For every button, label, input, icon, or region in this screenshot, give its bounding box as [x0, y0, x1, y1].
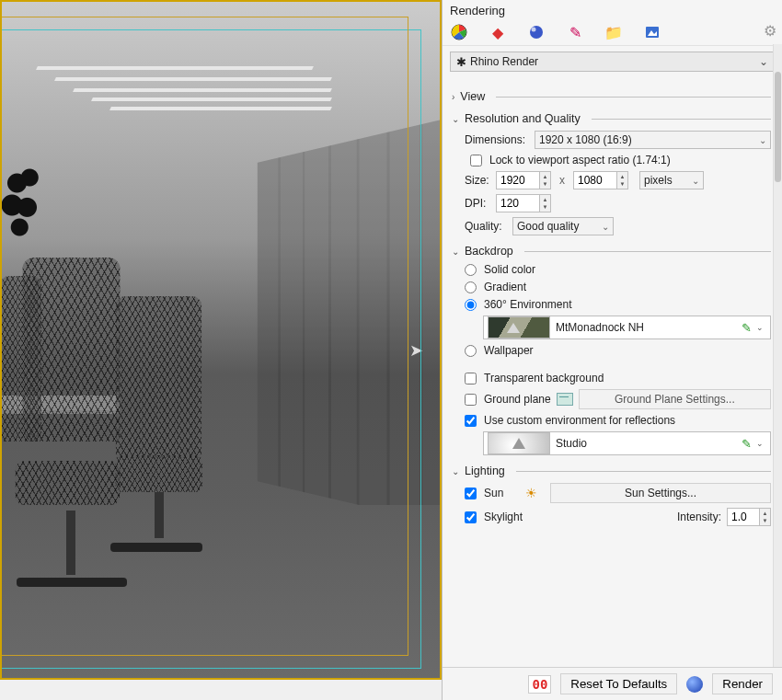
scene-chair-base: [155, 492, 164, 538]
environment-thumbnail: [488, 316, 550, 339]
ground-plane-checkbox[interactable]: Ground plane: [465, 393, 551, 406]
size-height-input[interactable]: [573, 171, 617, 189]
scene-chair: [116, 296, 202, 458]
chevron-right-icon: ›: [452, 92, 454, 102]
skylight-checkbox[interactable]: Skylight: [465, 511, 538, 523]
scene-chair-foot: [17, 578, 127, 587]
panel-title: Rendering: [443, 0, 782, 19]
panel-toolbar: ◆ ✎ 📁: [443, 19, 782, 46]
backdrop-wallpaper-radio[interactable]: Wallpaper: [465, 344, 771, 357]
dimensions-label: Dimensions:: [465, 133, 529, 146]
size-width-input[interactable]: [496, 171, 540, 189]
backdrop-solid-label: Solid color: [484, 263, 535, 276]
backdrop-360-radio[interactable]: 360° Environment: [465, 298, 771, 311]
backdrop-gradient-radio[interactable]: Gradient: [465, 281, 771, 293]
chevron-down-icon: ⌄: [452, 466, 459, 476]
size-label: Size:: [465, 174, 490, 187]
color-wheel-icon[interactable]: [448, 21, 470, 43]
intensity-input[interactable]: [727, 508, 760, 526]
reflection-env-selector[interactable]: Studio ✎ ⌄: [483, 431, 771, 455]
scene-chair: [0, 276, 41, 442]
scene-plant: [2, 161, 52, 271]
scene-chair-seat: [115, 455, 202, 492]
ground-plane-label: Ground plane: [484, 393, 551, 406]
renderer-dropdown[interactable]: ✱ Rhino Render ⌄: [450, 52, 775, 72]
image-icon[interactable]: [641, 21, 663, 43]
section-backdrop-header[interactable]: ⌄ Backdrop: [452, 245, 771, 258]
chevron-down-icon: ⌄: [759, 135, 766, 145]
backdrop-gradient-label: Gradient: [484, 281, 526, 293]
lock-aspect-input[interactable]: [470, 155, 482, 166]
chevron-down-icon: ⌄: [452, 114, 459, 124]
chevron-down-icon: ⌄: [759, 55, 768, 68]
quality-value: Good quality: [517, 220, 579, 233]
section-backdrop-label: Backdrop: [465, 245, 513, 258]
lock-aspect-label: Lock to viewport aspect ratio (1.74:1): [489, 154, 671, 166]
materials-icon[interactable]: ◆: [487, 21, 509, 43]
ground-plane-settings-button[interactable]: Ground Plane Settings...: [579, 389, 771, 409]
lock-aspect-checkbox[interactable]: Lock to viewport aspect ratio (1.74:1): [470, 154, 771, 166]
reflection-env-thumbnail: [488, 432, 550, 454]
section-resolution-header[interactable]: ⌄ Resolution and Quality: [452, 112, 771, 125]
chevron-down-icon: ⌄: [692, 176, 699, 186]
ground-plane-icon: [557, 393, 573, 406]
quality-label: Quality:: [465, 220, 507, 233]
section-resolution-label: Resolution and Quality: [465, 112, 581, 125]
dpi-label: DPI:: [465, 197, 490, 210]
size-width-spinner[interactable]: ▲▼: [540, 171, 551, 189]
intensity-spinner[interactable]: ▲▼: [760, 508, 771, 526]
edit-reflection-env-icon[interactable]: ✎: [740, 437, 753, 451]
viewport-3d[interactable]: ➤: [0, 0, 442, 680]
chevron-down-icon: ⌄: [602, 222, 609, 232]
panel-footer: 00 Reset To Defaults Render: [443, 667, 782, 700]
quality-dropdown[interactable]: Good quality ⌄: [512, 217, 614, 235]
chevron-down-icon: ⌄: [452, 247, 459, 257]
section-lighting-label: Lighting: [465, 465, 505, 477]
backdrop-wallpaper-label: Wallpaper: [484, 344, 534, 357]
transparent-bg-label: Transparent background: [484, 372, 604, 384]
pencil-icon[interactable]: ✎: [564, 21, 586, 43]
size-units-dropdown[interactable]: pixels ⌄: [639, 171, 704, 189]
sun-settings-button[interactable]: Sun Settings...: [550, 483, 771, 503]
intensity-label: Intensity:: [677, 511, 721, 523]
dimensions-dropdown[interactable]: 1920 x 1080 (16:9) ⌄: [535, 131, 771, 149]
scene-chair-seat: [15, 461, 120, 505]
panel-scrollbar[interactable]: [773, 44, 782, 667]
skylight-label: Skylight: [484, 511, 523, 523]
environment-name: MtMonadnock NH: [556, 321, 740, 334]
scene-chair-base: [66, 511, 75, 575]
svg-point-2: [532, 28, 536, 32]
scrollbar-thumb[interactable]: [775, 72, 781, 182]
custom-env-reflections-checkbox[interactable]: Use custom environment for reflections: [465, 414, 771, 427]
backdrop-360-label: 360° Environment: [484, 298, 572, 311]
sun-icon: ☀: [525, 486, 537, 500]
reflection-env-name: Studio: [556, 437, 740, 450]
render-sphere-icon: [686, 676, 703, 693]
section-view-header[interactable]: › View: [452, 90, 771, 103]
dpi-spinner[interactable]: ▲▼: [540, 194, 551, 212]
svg-point-1: [530, 26, 543, 39]
edit-environment-icon[interactable]: ✎: [740, 321, 753, 335]
folder-icon[interactable]: 📁: [603, 21, 625, 43]
custom-env-reflections-label: Use custom environment for reflections: [484, 414, 675, 427]
environment-icon[interactable]: [525, 21, 547, 43]
scene-glass-wall: [258, 120, 442, 524]
dpi-input[interactable]: [496, 194, 540, 212]
sun-label: Sun: [484, 487, 503, 499]
size-height-spinner[interactable]: ▲▼: [617, 171, 628, 189]
rendering-panel: Rendering ◆ ✎ 📁 ⚙: [442, 0, 782, 700]
rhino-icon: ✱: [456, 55, 466, 69]
renderer-label: Rhino Render: [470, 55, 538, 68]
transparent-bg-checkbox[interactable]: Transparent background: [465, 372, 771, 384]
render-button[interactable]: Render: [712, 673, 773, 694]
times-label: x: [557, 174, 568, 187]
gear-icon[interactable]: ⚙: [764, 22, 776, 40]
sun-checkbox[interactable]: Sun: [465, 487, 520, 499]
environment-selector[interactable]: MtMonadnock NH ✎ ⌄: [483, 316, 771, 339]
render-counter: 00: [528, 675, 551, 694]
section-lighting-header[interactable]: ⌄ Lighting: [452, 465, 771, 477]
backdrop-solid-radio[interactable]: Solid color: [465, 263, 771, 276]
reset-defaults-button[interactable]: Reset To Defaults: [560, 673, 677, 694]
environment-menu-icon[interactable]: ⌄: [753, 323, 766, 332]
reflection-env-menu-icon[interactable]: ⌄: [753, 439, 766, 448]
